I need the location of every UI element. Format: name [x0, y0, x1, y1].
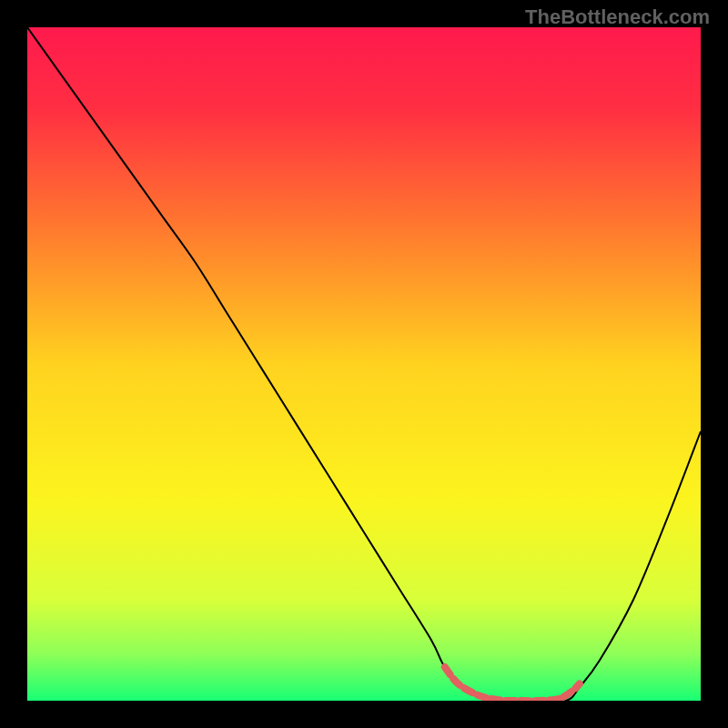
bottleneck-chart [27, 27, 701, 701]
chart-background [27, 27, 701, 701]
chart-plot-area [27, 27, 701, 701]
watermark-text: TheBottleneck.com [525, 5, 710, 29]
